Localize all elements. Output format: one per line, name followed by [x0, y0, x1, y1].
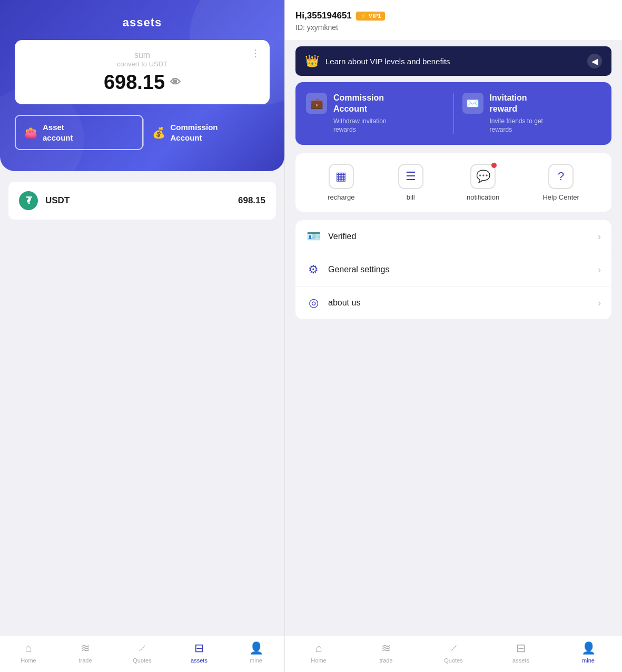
mine-header: Hi,355194651 ⚡ VIP1 ID: yxymknet	[285, 0, 622, 40]
help-label: Help Center	[542, 193, 579, 201]
commission-account-label: CommissionAccount	[171, 122, 218, 143]
right-mine-icon: 👤	[581, 641, 596, 655]
verified-label: Verified	[328, 232, 590, 241]
commission-text: CommissionAccount Withdraw invitationrew…	[333, 93, 387, 134]
lightning-icon: ⚡	[360, 13, 367, 19]
help-icon: ?	[558, 170, 564, 183]
right-nav-assets[interactable]: ⊟ assets	[487, 641, 555, 664]
asset-account-button[interactable]: 👛 Assetaccount	[15, 115, 143, 150]
about-label: about us	[328, 298, 590, 308]
left-nav-quotes[interactable]: ⟋ Quotes	[114, 641, 171, 664]
balance-amount: 698.15 👁	[27, 71, 257, 94]
recharge-icon-wrap: ▦	[329, 164, 354, 189]
vip-banner[interactable]: 👑 Learn about VIP levels and benefits ◀	[295, 46, 611, 76]
nav-quotes-label: Quotes	[133, 657, 151, 664]
money-bag-icon: 💰	[152, 126, 165, 139]
right-nav-home-label: Home	[311, 657, 326, 664]
convert-label: convert to USDT	[27, 60, 257, 68]
usdt-icon: ₮	[19, 191, 38, 210]
user-greeting: Hi,355194651 ⚡ VIP1	[295, 11, 611, 21]
left-nav-assets[interactable]: ⊟ assets	[171, 641, 228, 664]
right-nav-mine-label: mine	[582, 657, 595, 664]
asset-amount: 698.15	[238, 195, 265, 206]
left-nav-mine[interactable]: 👤 mine	[228, 641, 284, 664]
right-bottom-nav: ⌂ Home ≋ trade ⟋ Quotes ⊟ assets 👤 mine	[285, 636, 622, 672]
bill-icon-wrap: ☰	[398, 164, 423, 189]
invitation-desc: Invite friends to getrewards	[490, 117, 543, 135]
invitation-icon: ✉️	[462, 93, 483, 114]
vip-badge: ⚡ VIP1	[356, 12, 385, 21]
assets-icon: ⊟	[194, 641, 204, 655]
left-panel: assets ⋮ sum convert to USDT 698.15 👁 👛 …	[0, 0, 284, 672]
invitation-text: Invitationreward Invite friends to getre…	[490, 93, 543, 134]
right-nav-assets-label: assets	[512, 657, 529, 664]
left-bottom-nav: ⌂ Home ≋ trade ⟋ Quotes ⊟ assets 👤 mine	[0, 636, 284, 672]
commission-icon: 💼	[306, 93, 327, 114]
assets-list: ₮ USDT 698.15	[0, 171, 284, 636]
asset-name: USDT	[45, 195, 231, 206]
rewards-section: 💼 CommissionAccount Withdraw invitationr…	[295, 82, 611, 145]
nav-home-label: Home	[21, 657, 36, 664]
reward-divider	[453, 93, 454, 134]
eye-icon[interactable]: 👁	[170, 76, 181, 88]
commission-card[interactable]: 💼 CommissionAccount Withdraw invitationr…	[306, 93, 445, 134]
mine-icon: 👤	[249, 641, 263, 655]
right-nav-mine[interactable]: 👤 mine	[555, 641, 622, 664]
commission-title: CommissionAccount	[333, 93, 387, 115]
nav-assets-label: assets	[191, 657, 208, 664]
settings-chevron-icon: ›	[598, 264, 601, 275]
more-options-button[interactable]: ⋮	[251, 47, 261, 59]
balance-card: ⋮ sum convert to USDT 698.15 👁	[15, 40, 270, 104]
settings-icon: ⚙	[306, 263, 321, 276]
quick-actions: ▦ recharge ☰ bill 💬 notification ?	[295, 153, 611, 212]
vip-banner-text: Learn about VIP levels and benefits	[325, 57, 450, 66]
right-assets-icon: ⊟	[516, 641, 526, 655]
asset-account-label: Assetaccount	[43, 122, 73, 143]
greeting-text: Hi,355194651	[295, 11, 352, 21]
notification-label: notification	[467, 193, 499, 201]
vip-banner-arrow-icon: ◀	[587, 54, 602, 68]
vip-banner-left: 👑 Learn about VIP levels and benefits	[305, 54, 450, 68]
bill-action[interactable]: ☰ bill	[398, 164, 423, 201]
nav-trade-label: trade	[78, 657, 92, 664]
right-home-icon: ⌂	[315, 641, 322, 655]
wallet-icon: 👛	[24, 126, 37, 139]
verified-icon: 🪪	[306, 230, 321, 243]
right-nav-trade-label: trade	[379, 657, 392, 664]
bill-label: bill	[407, 193, 415, 201]
commission-account-button[interactable]: 💰 CommissionAccount	[144, 115, 270, 150]
right-panel: Hi,355194651 ⚡ VIP1 ID: yxymknet 👑 Learn…	[285, 0, 622, 672]
invitation-card[interactable]: ✉️ Invitationreward Invite friends to ge…	[462, 93, 601, 134]
notification-dot	[491, 163, 497, 168]
about-icon: ◎	[306, 296, 321, 310]
right-nav-trade[interactable]: ≋ trade	[352, 641, 420, 664]
asset-item[interactable]: ₮ USDT 698.15	[8, 182, 276, 220]
trade-icon: ≋	[81, 641, 90, 655]
right-trade-icon: ≋	[381, 641, 391, 655]
menu-section: 🪪 Verified › ⚙ General settings › ◎ abou…	[295, 220, 611, 319]
recharge-label: recharge	[328, 193, 354, 201]
settings-menu-item[interactable]: ⚙ General settings ›	[295, 253, 611, 286]
left-nav-trade[interactable]: ≋ trade	[57, 641, 114, 664]
help-icon-wrap: ?	[548, 164, 574, 189]
help-action[interactable]: ? Help Center	[542, 164, 579, 201]
verified-menu-item[interactable]: 🪪 Verified ›	[295, 220, 611, 253]
quotes-icon: ⟋	[136, 641, 148, 655]
assets-header: assets ⋮ sum convert to USDT 698.15 👁 👛 …	[0, 0, 284, 171]
about-menu-item[interactable]: ◎ about us ›	[295, 286, 611, 319]
about-chevron-icon: ›	[598, 298, 601, 309]
right-quotes-icon: ⟋	[448, 641, 459, 655]
right-nav-home[interactable]: ⌂ Home	[285, 641, 352, 664]
notification-action[interactable]: 💬 notification	[467, 164, 499, 201]
commission-desc: Withdraw invitationrewards	[333, 117, 387, 135]
account-buttons: 👛 Assetaccount 💰 CommissionAccount	[15, 115, 270, 150]
left-nav-home[interactable]: ⌂ Home	[0, 641, 57, 664]
home-icon: ⌂	[25, 641, 32, 655]
nav-mine-label: mine	[250, 657, 262, 664]
right-nav-quotes[interactable]: ⟋ Quotes	[420, 641, 487, 664]
crown-icon: 👑	[305, 54, 319, 68]
sum-label: sum	[27, 51, 257, 60]
right-content: Hi,355194651 ⚡ VIP1 ID: yxymknet 👑 Learn…	[285, 0, 622, 636]
recharge-action[interactable]: ▦ recharge	[328, 164, 354, 201]
recharge-icon: ▦	[335, 170, 347, 183]
